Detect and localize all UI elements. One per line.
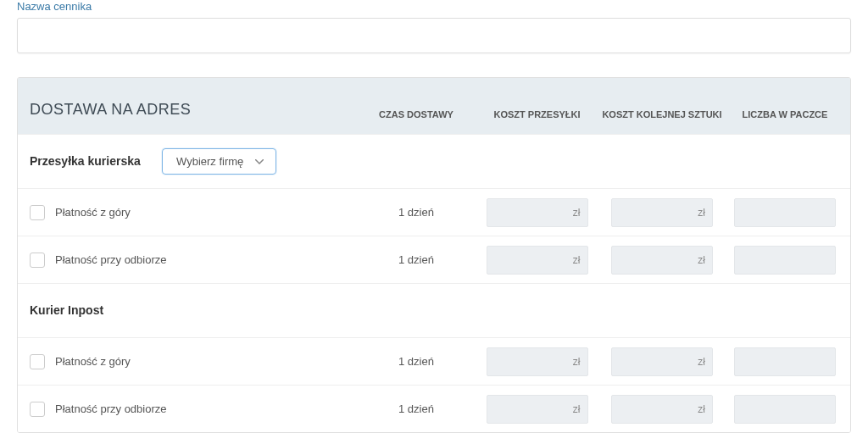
chevron-down-icon (255, 159, 264, 164)
row-label: Płatność z góry (55, 355, 131, 368)
row-label: Płatność z góry (55, 206, 131, 219)
checkbox-courier-cod[interactable] (30, 253, 45, 268)
section-courier: Przesyłka kurierska Wybierz firmę (18, 134, 850, 188)
courier-company-dropdown[interactable]: Wybierz firmę (162, 148, 276, 175)
row-label: Płatność przy odbiorze (55, 253, 167, 266)
ship-cost-input[interactable]: zł (487, 395, 588, 424)
ship-cost-input[interactable]: zł (487, 198, 588, 227)
section-inpost: Kurier Inpost (18, 283, 850, 337)
column-header-next: KOSZT KOLEJNEJ SZTUKI (598, 108, 726, 134)
cell-time: 1 dzień (357, 402, 476, 415)
cell-time: 1 dzień (357, 355, 476, 368)
delivery-panel: DOSTAWA NA ADRES CZAS DOSTAWY KOSZT PRZE… (17, 77, 851, 433)
next-cost-input[interactable]: zł (611, 246, 713, 275)
count-input[interactable] (734, 347, 836, 376)
checkbox-courier-upfront[interactable] (30, 205, 45, 220)
dropdown-label: Wybierz firmę (176, 155, 243, 168)
ship-cost-input[interactable]: zł (487, 347, 588, 376)
section-inpost-title: Kurier Inpost (18, 302, 162, 318)
table-row: Płatność z góry 1 dzień zł zł (18, 188, 850, 236)
pricelist-name-label: Nazwa cennika (17, 0, 851, 13)
table-row: Płatność przy odbiorze 1 dzień zł zł (18, 236, 850, 283)
table-row: Płatność z góry 1 dzień zł zł (18, 337, 850, 385)
cell-time: 1 dzień (357, 206, 476, 219)
column-header-ship: KOSZT PRZESYŁKI (476, 108, 598, 134)
column-header-count: LICZBA W PACZCE (726, 108, 844, 134)
panel-title: DOSTAWA NA ADRES (18, 101, 357, 134)
next-cost-input[interactable]: zł (611, 347, 713, 376)
count-input[interactable] (734, 395, 836, 424)
row-label: Płatność przy odbiorze (55, 402, 167, 415)
ship-cost-input[interactable]: zł (487, 246, 588, 275)
panel-header: DOSTAWA NA ADRES CZAS DOSTAWY KOSZT PRZE… (18, 78, 850, 134)
column-header-time: CZAS DOSTAWY (357, 108, 476, 134)
pricelist-name-input[interactable] (28, 27, 840, 44)
cell-time: 1 dzień (357, 253, 476, 266)
next-cost-input[interactable]: zł (611, 395, 713, 424)
next-cost-input[interactable]: zł (611, 198, 713, 227)
section-courier-title: Przesyłka kurierska (18, 153, 162, 169)
checkbox-inpost-cod[interactable] (30, 402, 45, 417)
count-input[interactable] (734, 198, 836, 227)
count-input[interactable] (734, 246, 836, 275)
checkbox-inpost-upfront[interactable] (30, 354, 45, 369)
pricelist-name-field-wrap (17, 18, 851, 53)
table-row: Płatność przy odbiorze 1 dzień zł zł (18, 385, 850, 432)
